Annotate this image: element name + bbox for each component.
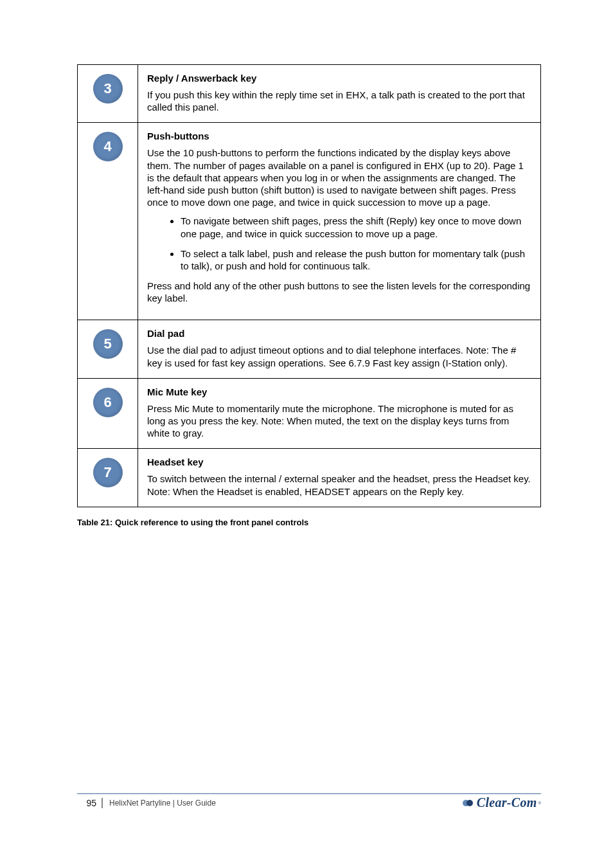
- table-caption: Table 21: Quick reference to using the f…: [77, 518, 541, 527]
- row-number-cell: 4: [78, 123, 138, 320]
- page-footer: 95 HelixNet Partyline | User Guide Clear…: [77, 793, 541, 810]
- footer-rule: [77, 793, 541, 794]
- brand-logo: Clear-Com ®: [463, 795, 541, 810]
- row-content-cell: Dial pad Use the dial pad to adjust time…: [138, 320, 541, 378]
- row-number-badge: 6: [93, 388, 123, 417]
- row-body: Use the 10 push-buttons to perform the f…: [147, 147, 531, 304]
- table-row: 6 Mic Mute key Press Mic Mute to momenta…: [78, 378, 541, 449]
- table-row: 4 Push-buttons Use the 10 push-buttons t…: [78, 123, 541, 320]
- row-number-badge: 5: [93, 329, 123, 359]
- row-number-cell: 3: [78, 65, 138, 123]
- row-title: Push-buttons: [147, 131, 531, 141]
- row-title: Dial pad: [147, 328, 531, 339]
- list-item: To select a talk label, push and release…: [181, 248, 531, 272]
- list-item: To navigate between shift pages, press t…: [181, 215, 531, 239]
- row-content-cell: Reply / Answerback key If you push this …: [138, 65, 541, 123]
- row-body: Use the dial pad to adjust timeout optio…: [147, 344, 531, 368]
- controls-table: 3 Reply / Answerback key If you push thi…: [77, 64, 541, 507]
- row-number-cell: 6: [78, 378, 138, 449]
- table-row: 7 Headset key To switch between the inte…: [78, 449, 541, 507]
- row-content-cell: Mic Mute key Press Mic Mute to momentari…: [138, 378, 541, 449]
- row-body-note: Press and hold any of the other push but…: [147, 280, 531, 304]
- row-content-cell: Push-buttons Use the 10 push-buttons to …: [138, 123, 541, 320]
- row-title: Mic Mute key: [147, 386, 531, 397]
- row-number-cell: 7: [78, 449, 138, 507]
- footer-doc-title: HelixNet Partyline | User Guide: [109, 799, 216, 808]
- row-body-text: Use the 10 push-buttons to perform the f…: [147, 147, 531, 208]
- row-number-cell: 5: [78, 320, 138, 378]
- row-body: Press Mic Mute to momentarily mute the m…: [147, 402, 531, 440]
- clearcom-icon: [463, 797, 474, 809]
- table-row: 3 Reply / Answerback key If you push thi…: [78, 65, 541, 123]
- page-number: 95: [77, 798, 103, 808]
- row-title: Headset key: [147, 457, 531, 467]
- brand-name: Clear-Com: [477, 795, 537, 810]
- row-title: Reply / Answerback key: [147, 73, 531, 84]
- row-body: If you push this key within the reply ti…: [147, 89, 531, 113]
- row-number-badge: 7: [93, 458, 123, 487]
- row-content-cell: Headset key To switch between the intern…: [138, 449, 541, 507]
- row-bullet-list: To navigate between shift pages, press t…: [147, 215, 531, 272]
- row-number-badge: 3: [93, 74, 123, 104]
- row-body: To switch between the internal / externa…: [147, 473, 531, 497]
- row-number-badge: 4: [93, 132, 123, 161]
- registered-mark: ®: [538, 801, 541, 805]
- table-row: 5 Dial pad Use the dial pad to adjust ti…: [78, 320, 541, 378]
